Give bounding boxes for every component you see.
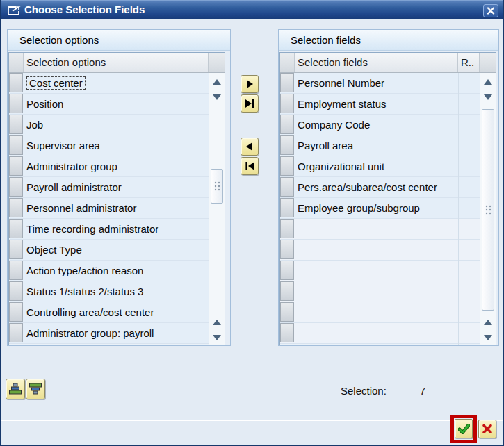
selection-options-table-header: Selection options xyxy=(9,53,225,73)
selection-fields-list: Personnel Number Employment status Compa… xyxy=(280,73,496,345)
move-right-button[interactable] xyxy=(241,75,259,93)
scroll-up-icon[interactable] xyxy=(211,317,222,327)
list-item[interactable]: Status 1/status 2/status 3 xyxy=(24,281,209,302)
move-left-icon xyxy=(245,142,254,151)
list-item[interactable]: Administrator group: payroll xyxy=(24,323,209,343)
selector-column-header[interactable] xyxy=(280,53,295,72)
column-divider xyxy=(295,73,295,345)
selection-fields-table-header: Selection fields R.. xyxy=(280,53,496,73)
list-item[interactable]: Supervisor area xyxy=(24,135,209,156)
list-item[interactable]: Payroll administrator xyxy=(24,177,209,197)
row-selector[interactable] xyxy=(9,219,23,238)
dialog-window: Choose Selection Fields Selection option… xyxy=(0,0,504,446)
confirm-button[interactable] xyxy=(455,419,473,438)
empty-list-slot[interactable] xyxy=(295,261,480,281)
selection-options-column-header[interactable]: Selection options xyxy=(24,53,209,72)
empty-list-slot[interactable] xyxy=(295,281,480,302)
row-selector[interactable] xyxy=(280,240,294,259)
scroll-down-icon[interactable] xyxy=(482,92,494,102)
list-item[interactable]: Organizational unit xyxy=(295,156,480,176)
move-left-button[interactable] xyxy=(241,138,259,156)
empty-list-slot[interactable] xyxy=(295,240,480,260)
scroll-down-icon[interactable] xyxy=(482,333,494,342)
row-selector[interactable] xyxy=(9,115,23,134)
sort-ascending-button[interactable] xyxy=(6,379,25,399)
list-item[interactable]: Company Code xyxy=(295,115,480,135)
selection-label: Selection: xyxy=(341,385,387,397)
selector-column-header[interactable] xyxy=(9,53,24,72)
row-selector[interactable] xyxy=(9,156,23,176)
selection-options-panel: Selection options Selection options Cost… xyxy=(7,29,231,346)
thumb-grip-icon xyxy=(485,205,491,215)
left-scrollbar[interactable] xyxy=(209,73,225,345)
list-item[interactable]: Cost center xyxy=(24,73,209,93)
close-button[interactable] xyxy=(483,4,498,17)
scroll-down-icon[interactable] xyxy=(211,92,222,102)
list-item[interactable]: Payroll area xyxy=(295,135,480,156)
title-bar[interactable]: Choose Selection Fields xyxy=(1,0,503,19)
row-selector[interactable] xyxy=(280,156,294,176)
row-selector[interactable] xyxy=(280,323,294,342)
empty-list-slot[interactable] xyxy=(295,302,480,322)
move-all-left-button[interactable] xyxy=(241,157,259,175)
scroll-up-icon[interactable] xyxy=(482,77,494,87)
selection-fields-table: Selection fields R.. Personnel Number Em… xyxy=(279,52,496,345)
row-selector[interactable] xyxy=(9,94,23,113)
column-divider xyxy=(458,73,459,345)
row-selector[interactable] xyxy=(280,115,294,134)
list-item[interactable]: Employee group/subgroup xyxy=(295,198,480,218)
scrollbar-thumb[interactable] xyxy=(482,109,494,311)
list-item[interactable]: Object Type xyxy=(24,240,209,260)
sort-ascending-icon xyxy=(8,383,22,395)
row-selector[interactable] xyxy=(280,219,294,238)
row-selector[interactable] xyxy=(280,135,294,155)
column-divider xyxy=(24,73,24,345)
row-selector[interactable] xyxy=(280,73,294,92)
list-item[interactable]: Job xyxy=(24,115,209,135)
cancel-button[interactable] xyxy=(478,420,496,438)
scroll-down-icon[interactable] xyxy=(211,333,222,342)
empty-list-slot[interactable] xyxy=(295,323,480,343)
list-item[interactable]: Pers.area/subarea/cost center xyxy=(295,177,480,197)
list-item[interactable]: Employment status xyxy=(295,94,480,114)
row-selector[interactable] xyxy=(280,261,294,280)
r-column-header[interactable]: R.. xyxy=(458,53,480,72)
scroll-up-icon[interactable] xyxy=(211,77,222,87)
selection-fields-column-header[interactable]: Selection fields xyxy=(295,53,458,72)
empty-list-slot[interactable] xyxy=(295,219,480,239)
list-item[interactable]: Personnel Number xyxy=(295,73,480,93)
row-selector[interactable] xyxy=(9,240,23,259)
row-selector[interactable] xyxy=(280,94,294,113)
row-selector[interactable] xyxy=(9,323,23,342)
list-item[interactable]: Administrator group xyxy=(24,156,209,176)
row-selector[interactable] xyxy=(280,302,294,322)
row-selector[interactable] xyxy=(9,281,23,301)
list-item[interactable]: Controlling area/cost center xyxy=(24,302,209,322)
scroll-up-icon[interactable] xyxy=(482,317,494,327)
move-all-right-button[interactable] xyxy=(241,94,259,113)
confirm-check-icon xyxy=(458,424,470,434)
row-selector[interactable] xyxy=(9,198,23,217)
footer-divider xyxy=(1,420,503,421)
scrollbar-column-header xyxy=(480,53,496,72)
row-selector[interactable] xyxy=(9,261,23,280)
row-selector[interactable] xyxy=(280,281,294,301)
selection-options-caption: Selection options xyxy=(8,30,230,51)
sort-descending-button[interactable] xyxy=(26,379,45,399)
row-selector[interactable] xyxy=(280,177,294,197)
row-selector[interactable] xyxy=(9,302,23,322)
right-scrollbar[interactable] xyxy=(480,73,496,345)
scrollbar-thumb[interactable] xyxy=(211,169,223,204)
list-item[interactable]: Personnel administrator xyxy=(24,198,209,218)
window-title: Choose Selection Fields xyxy=(24,3,145,15)
row-selector[interactable] xyxy=(9,135,23,155)
cancel-x-icon xyxy=(482,424,492,433)
selection-options-table: Selection options Cost center Position J… xyxy=(8,52,225,345)
scrollbar-column-header xyxy=(209,53,225,72)
list-item[interactable]: Action type/action reason xyxy=(24,261,209,281)
row-selector[interactable] xyxy=(9,73,23,92)
list-item[interactable]: Position xyxy=(24,94,209,114)
list-item[interactable]: Time recording administrator xyxy=(24,219,209,239)
row-selector[interactable] xyxy=(9,177,23,197)
row-selector[interactable] xyxy=(280,198,294,217)
